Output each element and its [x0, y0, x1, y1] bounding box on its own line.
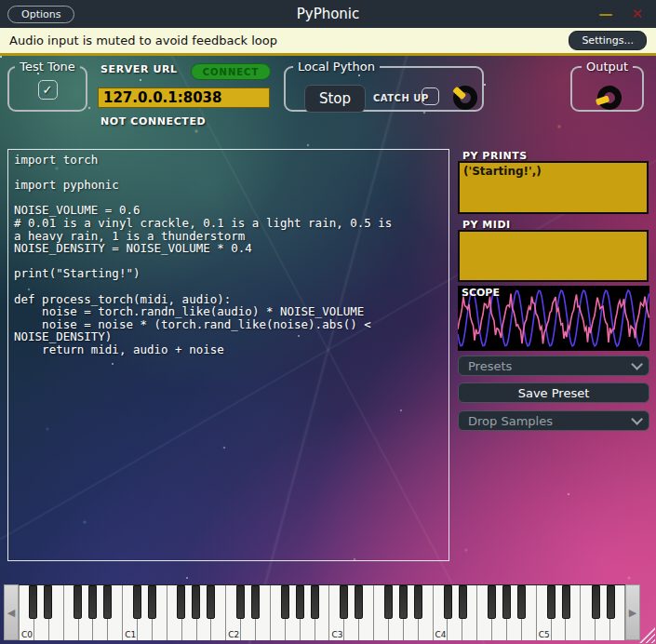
piano-black-key[interactable]: [44, 585, 52, 619]
piano-black-key[interactable]: [502, 585, 511, 619]
octave-label: C1: [125, 630, 136, 639]
checkmark-icon: ✓: [43, 83, 53, 97]
drop-samples-dropdown[interactable]: Drop Samples: [458, 410, 649, 431]
output-label: Output: [582, 60, 633, 74]
options-button[interactable]: Options: [7, 6, 74, 23]
piano-keyboard: ◀ C0C1C2C3C4C5 ▶: [4, 584, 640, 640]
piano-black-key[interactable]: [29, 585, 37, 619]
piano-black-key[interactable]: [148, 585, 156, 619]
piano-black-key[interactable]: [592, 585, 600, 619]
catch-up-label: CATCH UP: [373, 93, 429, 103]
scroll-right-icon[interactable]: ▶: [625, 584, 640, 640]
piano-keys: C0C1C2C3C4C5: [19, 584, 625, 640]
test-tone-label: Test Tone: [15, 60, 80, 74]
piano-black-key[interactable]: [384, 585, 393, 619]
chevron-down-icon: [631, 413, 643, 425]
piano-black-key[interactable]: [562, 585, 570, 619]
server-url-label: SERVER URL: [100, 63, 178, 75]
local-python-knob[interactable]: [448, 81, 483, 115]
resize-grip[interactable]: [639, 627, 655, 643]
test-tone-group: Test Tone ✓: [7, 60, 87, 112]
test-tone-checkbox[interactable]: ✓: [38, 80, 58, 100]
window-controls: — ✕: [598, 6, 656, 22]
connect-button[interactable]: CONNECT: [191, 63, 271, 80]
minimize-icon[interactable]: —: [598, 6, 612, 22]
piano-black-key[interactable]: [355, 585, 363, 619]
piano-black-key[interactable]: [251, 585, 260, 619]
output-volume-knob[interactable]: [595, 83, 625, 114]
local-python-label: Local Python: [293, 60, 380, 74]
settings-button[interactable]: Settings...: [569, 31, 647, 50]
piano-black-key[interactable]: [311, 585, 319, 619]
notification-bar: Audio input is muted to avoid feedback l…: [0, 28, 656, 56]
octave-label: C0: [21, 630, 33, 639]
close-icon[interactable]: ✕: [631, 6, 643, 22]
octave-label: C2: [228, 630, 239, 639]
piano-black-key[interactable]: [399, 585, 408, 619]
piano-black-key[interactable]: [192, 585, 200, 619]
save-preset-button[interactable]: Save Preset: [458, 382, 649, 403]
server-url-input[interactable]: [98, 87, 270, 108]
scope-display: SCOPE: [458, 286, 649, 351]
piano-black-key[interactable]: [414, 585, 422, 619]
scope-label: SCOPE: [462, 287, 500, 299]
py-midi-output: [458, 230, 649, 282]
notification-message: Audio input is muted to avoid feedback l…: [9, 34, 277, 47]
chevron-down-icon: [631, 358, 643, 370]
piano-black-key[interactable]: [607, 585, 615, 619]
piano-black-key[interactable]: [547, 585, 556, 619]
piano-black-key[interactable]: [488, 585, 496, 619]
drop-samples-dropdown-label: Drop Samples: [468, 414, 553, 428]
scroll-left-icon[interactable]: ◀: [4, 584, 19, 640]
octave-label: C3: [331, 630, 342, 639]
octave-label: C4: [435, 630, 447, 639]
presets-dropdown-label: Presets: [468, 359, 512, 373]
pyphonic-window: Options PyPhonic — ✕ Audio input is mute…: [0, 0, 656, 644]
knob-ring: [448, 81, 483, 115]
python-code-editor[interactable]: import torch import pyphonic NOISE_VOLUM…: [7, 149, 449, 561]
stop-button[interactable]: Stop: [304, 85, 366, 113]
output-group: Output: [570, 60, 644, 112]
main-area: Test Tone ✓ SERVER URL CONNECT NOT CONNE…: [0, 56, 656, 644]
piano-black-key[interactable]: [281, 585, 289, 619]
piano-black-key[interactable]: [459, 585, 467, 619]
catch-up-checkbox[interactable]: [422, 87, 439, 105]
piano-black-key[interactable]: [88, 585, 97, 619]
piano-black-key[interactable]: [133, 585, 141, 619]
piano-black-key[interactable]: [340, 585, 348, 619]
piano-black-key[interactable]: [236, 585, 245, 619]
piano-black-key[interactable]: [444, 585, 452, 619]
presets-dropdown[interactable]: Presets: [458, 356, 649, 376]
piano-black-key[interactable]: [296, 585, 304, 619]
local-python-group: Local Python Stop CATCH UP: [284, 60, 484, 112]
piano-black-key[interactable]: [74, 585, 82, 619]
piano-black-key[interactable]: [517, 585, 526, 619]
py-prints-output: ('Starting!',): [458, 161, 649, 214]
window-title: PyPhonic: [0, 6, 656, 22]
piano-black-key[interactable]: [207, 585, 215, 619]
octave-label: C5: [539, 630, 550, 639]
connection-status: NOT CONNECTED: [100, 115, 206, 127]
piano-black-key[interactable]: [177, 585, 185, 619]
title-bar: Options PyPhonic — ✕: [0, 0, 656, 28]
piano-black-key[interactable]: [103, 585, 112, 619]
